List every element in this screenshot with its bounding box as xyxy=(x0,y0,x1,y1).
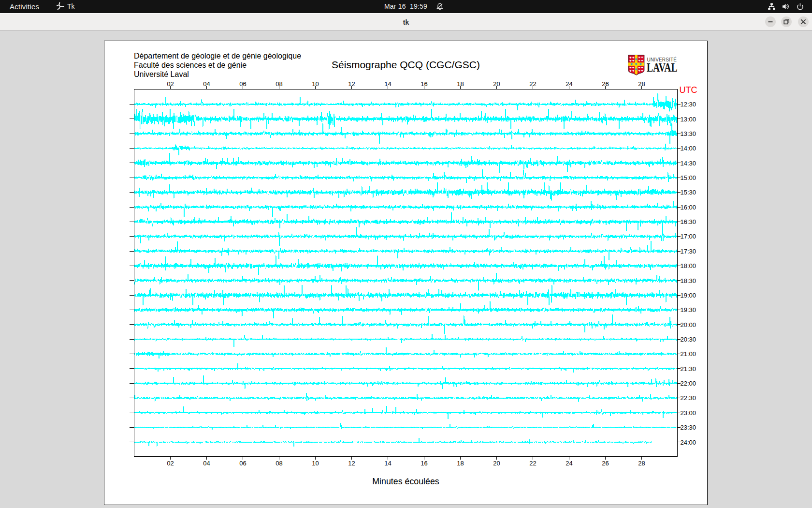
svg-text:18: 18 xyxy=(457,80,464,88)
svg-text:06: 06 xyxy=(239,80,246,88)
svg-text:16: 16 xyxy=(420,80,427,88)
svg-text:12:30: 12:30 xyxy=(681,101,696,108)
svg-text:Faculté des sciences et de gén: Faculté des sciences et de génie xyxy=(134,61,246,69)
svg-text:18:00: 18:00 xyxy=(681,262,696,269)
svg-text:14:30: 14:30 xyxy=(681,160,696,167)
svg-text:24: 24 xyxy=(566,80,572,88)
svg-text:06: 06 xyxy=(239,460,246,467)
svg-text:14: 14 xyxy=(384,460,391,467)
svg-text:14: 14 xyxy=(384,80,391,88)
svg-text:28: 28 xyxy=(638,460,645,467)
svg-text:24: 24 xyxy=(566,460,572,467)
svg-text:14:00: 14:00 xyxy=(681,145,696,152)
svg-text:UTC: UTC xyxy=(680,85,697,95)
svg-text:28: 28 xyxy=(638,80,645,88)
svg-text:02: 02 xyxy=(167,80,174,88)
svg-text:08: 08 xyxy=(276,460,282,467)
svg-text:10: 10 xyxy=(312,460,319,467)
svg-text:10: 10 xyxy=(312,80,319,88)
svg-text:19:30: 19:30 xyxy=(681,306,696,314)
svg-text:22: 22 xyxy=(529,80,536,88)
svg-text:16: 16 xyxy=(420,460,427,467)
svg-text:Département de géologie et de: Département de géologie et de génie géol… xyxy=(134,52,301,60)
svg-text:23:00: 23:00 xyxy=(681,409,696,417)
svg-text:23:30: 23:30 xyxy=(681,424,696,431)
svg-text:17:30: 17:30 xyxy=(681,248,696,255)
svg-text:04: 04 xyxy=(203,80,210,88)
svg-text:22:30: 22:30 xyxy=(681,394,696,402)
svg-text:Minutes écoulées: Minutes écoulées xyxy=(372,477,439,486)
svg-text:LAVAL: LAVAL xyxy=(647,61,678,74)
svg-text:Séismographe QCQ (CGC/GSC): Séismographe QCQ (CGC/GSC) xyxy=(332,59,480,70)
svg-text:26: 26 xyxy=(602,80,609,88)
svg-text:12: 12 xyxy=(348,460,355,467)
svg-text:04: 04 xyxy=(203,460,210,467)
svg-text:18:30: 18:30 xyxy=(681,277,696,284)
svg-text:17:00: 17:00 xyxy=(681,233,696,240)
svg-text:20: 20 xyxy=(493,460,500,467)
svg-text:19:00: 19:00 xyxy=(681,292,696,299)
svg-text:24:00: 24:00 xyxy=(681,439,696,446)
svg-text:12: 12 xyxy=(348,80,355,88)
svg-text:15:30: 15:30 xyxy=(681,189,696,196)
svg-text:22:00: 22:00 xyxy=(681,380,696,387)
svg-text:20: 20 xyxy=(493,80,500,88)
svg-text:16:30: 16:30 xyxy=(681,218,696,225)
svg-text:21:00: 21:00 xyxy=(681,350,696,358)
svg-text:18: 18 xyxy=(457,460,464,467)
svg-text:02: 02 xyxy=(167,460,174,467)
svg-text:08: 08 xyxy=(276,80,282,88)
svg-text:15:00: 15:00 xyxy=(681,174,696,181)
svg-text:22: 22 xyxy=(529,460,536,467)
svg-text:13:30: 13:30 xyxy=(681,130,696,137)
svg-text:16:00: 16:00 xyxy=(681,204,696,211)
svg-text:Université Laval: Université Laval xyxy=(134,70,189,78)
svg-text:20:00: 20:00 xyxy=(681,321,696,329)
svg-text:20:30: 20:30 xyxy=(681,336,696,343)
svg-text:13:00: 13:00 xyxy=(681,116,696,123)
svg-text:21:30: 21:30 xyxy=(681,365,696,373)
svg-text:26: 26 xyxy=(602,460,609,467)
